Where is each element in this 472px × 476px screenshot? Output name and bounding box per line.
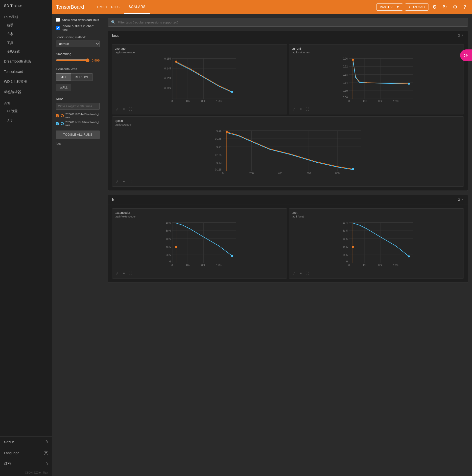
runs-filter-input[interactable] <box>56 103 100 110</box>
chart-unet-svg: 1e-4 8e-5 6e-5 4e-5 2e-5 0 0 40k 80k 120… <box>292 220 461 269</box>
chart-unet-menu-btn[interactable]: ≡ <box>299 271 303 276</box>
upload-button[interactable]: ℹ UPLOAD <box>405 3 428 11</box>
sidebar-item-newbie[interactable]: 新手 <box>0 21 52 30</box>
app-name: SD-Trainer <box>0 0 52 11</box>
chart-average-area: 0.155 0.145 0.135 0.125 0 40k 80k 120k <box>115 56 284 105</box>
svg-text:0.14: 0.14 <box>216 145 222 148</box>
svg-text:0.14: 0.14 <box>343 81 348 84</box>
left-panel: Show data download links Ignore outliers… <box>52 14 104 476</box>
sidebar-item-wd14[interactable]: WD 1.4 标签器 <box>0 77 52 87</box>
main-area: TensorBoard TIME SERIES SCALARS INACTIVE… <box>52 0 472 476</box>
lr-title: lr <box>112 197 114 202</box>
svg-text:40k: 40k <box>186 264 190 267</box>
sidebar-item-expert[interactable]: 专家 <box>0 30 52 39</box>
chart-average-expand-btn[interactable]: ⤢ <box>115 107 120 112</box>
axis-wall-btn[interactable]: WALL <box>56 84 71 91</box>
tooltip-label: Tooltip sorting method: <box>56 36 100 39</box>
chart-current-actions: ⤢ ≡ ⛶ <box>292 107 461 112</box>
sidebar-item-tensorboard[interactable]: Tensorboard <box>0 67 52 77</box>
chart-textencoder-title: textencoder <box>115 211 284 215</box>
sidebar-item-params[interactable]: 参数详解 <box>0 47 52 56</box>
svg-text:0.18: 0.18 <box>343 73 348 76</box>
svg-text:0.15: 0.15 <box>216 129 222 132</box>
svg-text:0: 0 <box>348 100 350 103</box>
chart-textencoder-fullscreen-btn[interactable]: ⛶ <box>128 271 133 276</box>
upload-label: UPLOAD <box>411 5 425 9</box>
ignore-outliers-checkbox[interactable] <box>56 26 60 30</box>
inactive-button[interactable]: INACTIVE ▼ <box>376 3 403 11</box>
chart-average-menu-btn[interactable]: ≡ <box>122 107 126 112</box>
chart-average-fullscreen-btn[interactable]: ⛶ <box>128 107 133 112</box>
chart-current-expand-btn[interactable]: ⤢ <box>292 107 297 112</box>
run-item-0: 20240116214423\network_train <box>56 113 100 119</box>
nav-scalars[interactable]: SCALARS <box>124 0 150 14</box>
sidebar-item-tools[interactable]: 工具 <box>0 39 52 47</box>
nav-timeseries[interactable]: TIME SERIES <box>92 0 124 14</box>
chart-current-fullscreen-btn[interactable]: ⛶ <box>305 107 310 112</box>
loss-collapse-icon[interactable]: ∧ <box>461 34 464 37</box>
svg-point-42 <box>352 59 354 61</box>
svg-text:0.06: 0.06 <box>343 96 348 99</box>
svg-point-66 <box>352 168 354 170</box>
smoothing-slider[interactable] <box>56 58 90 62</box>
chart-unet-title: unet <box>292 211 461 215</box>
svg-text:0.125: 0.125 <box>215 168 221 171</box>
chart-textencoder-expand-btn[interactable]: ⤢ <box>115 271 120 276</box>
svg-text:0: 0 <box>346 260 348 263</box>
svg-text:80k: 80k <box>201 264 206 267</box>
sidebar-item-about[interactable]: 关于 <box>0 116 52 125</box>
sidebar-footer-bulb[interactable]: 灯泡 ☽ <box>0 458 52 469</box>
right-panel: 🔍 loss 3 ∧ average tag:loss/average <box>104 14 472 476</box>
svg-text:40k: 40k <box>363 100 367 103</box>
ignore-outliers-label: Ignore outliers in chart scali <box>62 24 100 32</box>
sidebar-section-lora[interactable]: LoRA训练 <box>0 11 52 21</box>
chart-unet-area: 1e-4 8e-5 6e-5 4e-5 2e-5 0 0 40k 80k 120… <box>292 220 461 269</box>
refresh-icon-btn[interactable]: ↻ <box>441 3 449 11</box>
chart-epoch-expand-btn[interactable]: ⤢ <box>115 179 120 184</box>
tooltip-select[interactable]: default <box>56 41 100 47</box>
sidebar-item-dreambooth[interactable]: Dreambooth 训练 <box>0 56 52 67</box>
chart-unet-actions: ⤢ ≡ ⛶ <box>292 271 461 276</box>
settings-icon-btn[interactable]: ⚙ <box>430 3 439 11</box>
chart-loss-epoch: epoch tag:loss/epoch <box>112 116 464 187</box>
svg-text:120k: 120k <box>216 264 222 267</box>
svg-point-19 <box>175 61 177 63</box>
more-settings-icon-btn[interactable]: ⚙ <box>451 3 459 11</box>
svg-point-89 <box>231 255 233 257</box>
lr-count: 2 ∧ <box>458 198 464 201</box>
toggle-all-runs-button[interactable]: TOGGLE ALL RUNS <box>56 130 100 139</box>
chart-textencoder-area: 1e-5 8e-6 6e-6 4e-6 2e-6 0 0 40k 80k 120… <box>115 220 284 269</box>
axis-step-btn[interactable]: STEP <box>56 73 71 81</box>
svg-text:40k: 40k <box>363 264 367 267</box>
bulb-label: 灯泡 <box>4 462 11 466</box>
chart-epoch-fullscreen-btn[interactable]: ⛶ <box>128 179 133 184</box>
content-area: Show data download links Ignore outliers… <box>52 14 472 476</box>
sidebar-item-ui-settings[interactable]: UI 设置 <box>0 107 52 116</box>
lr-collapse-icon[interactable]: ∧ <box>461 198 464 201</box>
chart-current-menu-btn[interactable]: ≡ <box>299 107 303 112</box>
chart-textencoder-menu-btn[interactable]: ≡ <box>122 271 126 276</box>
filter-input[interactable] <box>118 21 465 24</box>
show-download-checkbox[interactable] <box>56 18 60 22</box>
run-1-checkbox[interactable] <box>56 122 59 126</box>
sidebar-footer-github[interactable]: Github ☉ <box>0 437 52 447</box>
run-0-checkbox[interactable] <box>56 114 59 118</box>
chart-epoch-menu-btn[interactable]: ≡ <box>122 179 126 184</box>
svg-text:2e-6: 2e-6 <box>166 253 171 256</box>
chart-current-title: current <box>292 47 461 50</box>
sidebar-section-other[interactable]: 其他 <box>0 97 52 107</box>
svg-text:0.26: 0.26 <box>343 57 348 60</box>
svg-text:120k: 120k <box>393 264 399 267</box>
fab-button[interactable]: ≫ <box>460 49 472 61</box>
svg-text:800: 800 <box>335 172 340 175</box>
svg-text:0: 0 <box>171 100 173 103</box>
help-icon-btn[interactable]: ? <box>461 3 468 11</box>
sidebar-footer-language[interactable]: Language 文 <box>0 447 52 458</box>
chart-unet-fullscreen-btn[interactable]: ⛶ <box>305 271 310 276</box>
chart-current-subtitle: tag:loss/current <box>292 51 461 54</box>
sidebar-item-tag-editor[interactable]: 标签编辑器 <box>0 87 52 97</box>
chart-epoch-actions: ⤢ ≡ ⛶ <box>115 179 461 184</box>
chart-unet-expand-btn[interactable]: ⤢ <box>292 271 297 276</box>
axis-relative-btn[interactable]: RELATIVE <box>71 73 93 81</box>
chart-textencoder-subtitle: tag:lr/textencoder <box>115 215 284 218</box>
